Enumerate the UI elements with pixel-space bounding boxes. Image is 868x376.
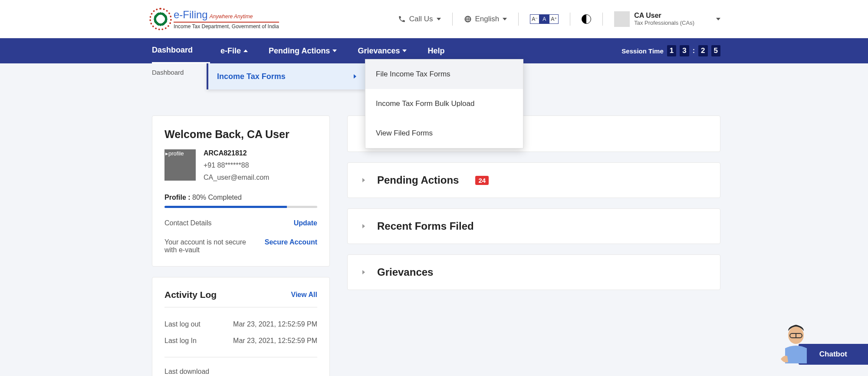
accordion-recent-forms[interactable]: Recent Forms Filed	[347, 208, 720, 244]
secure-account-link[interactable]: Secure Account	[265, 238, 317, 246]
accordion-grievances[interactable]: Grievances	[347, 254, 720, 290]
logo-title: e-FilingAnywhere Anytime	[174, 9, 279, 21]
avatar	[614, 11, 630, 27]
log-row: Last download	[164, 357, 317, 376]
timer-second-1: 2	[698, 45, 707, 56]
submenu-income-tax-forms[interactable]: Income Tax Forms	[207, 63, 365, 89]
globe-icon	[464, 15, 472, 23]
user-role: Tax Professionals (CAs)	[634, 20, 694, 26]
logo-subtitle: Income Tax Department, Government of Ind…	[174, 23, 279, 30]
welcome-title: Welcome Back, CA User	[164, 128, 317, 141]
user-name: CA User	[634, 12, 694, 20]
update-contact-link[interactable]: Update	[294, 219, 317, 227]
timer-colon: :	[693, 47, 695, 55]
view-all-activity-link[interactable]: View All	[291, 291, 317, 299]
chatbot-avatar-icon	[779, 322, 813, 366]
flyout-file-income-tax-forms[interactable]: File Income Tax Forms	[365, 59, 523, 89]
profile-email: CA_user@email.com	[204, 174, 269, 181]
user-menu[interactable]: CA User Tax Professionals (CAs)	[614, 11, 720, 27]
timer-minute-2: 3	[680, 45, 689, 56]
profile-completion: Profile : 80% Completed	[164, 194, 317, 201]
timer-minute-1: 1	[667, 45, 676, 56]
flyout-view-filed-forms[interactable]: View Filed Forms	[365, 119, 523, 148]
chevron-down-icon	[402, 49, 407, 52]
chevron-right-icon	[362, 224, 365, 228]
flyout-bulk-upload[interactable]: Income Tax Form Bulk Upload	[365, 89, 523, 119]
nav-efile[interactable]: e-File	[210, 38, 258, 63]
log-row: Last log out Mar 23, 2021, 12:52:59 PM	[164, 316, 317, 333]
nav-dashboard[interactable]: Dashboard	[152, 38, 210, 63]
profile-image-placeholder: ▸profile	[164, 149, 196, 181]
contact-details-label: Contact Details	[164, 219, 212, 227]
logo[interactable]: e-FilingAnywhere Anytime Income Tax Depa…	[152, 9, 279, 30]
chevron-right-icon	[354, 74, 356, 79]
text-size-controls: A⁻ A A⁺	[530, 14, 559, 24]
emblem-icon	[152, 10, 169, 28]
logo-tagline: Anywhere Anytime	[210, 13, 253, 20]
progress-bar	[164, 206, 317, 208]
chevron-down-icon	[437, 18, 441, 20]
welcome-card: Welcome Back, CA User ▸profile ARCA82181…	[152, 115, 330, 267]
chevron-down-icon	[332, 49, 337, 52]
chevron-up-icon	[243, 49, 248, 52]
session-time-label: Session Time	[621, 47, 663, 55]
timer-second-2: 5	[711, 45, 720, 56]
profile-phone: +91 88******88	[204, 162, 269, 169]
activity-log-title: Activity Log	[164, 290, 217, 300]
chevron-right-icon	[362, 178, 365, 182]
flyout-menu: File Income Tax Forms Income Tax Form Bu…	[365, 59, 523, 148]
text-size-increase[interactable]: A⁺	[549, 14, 559, 24]
language-dropdown[interactable]: English	[464, 15, 507, 23]
text-size-normal[interactable]: A	[539, 14, 549, 24]
contrast-toggle-icon[interactable]	[582, 14, 591, 24]
chevron-down-icon	[503, 18, 507, 20]
text-size-decrease[interactable]: A⁻	[530, 14, 539, 24]
call-us-dropdown[interactable]: Call Us	[398, 15, 441, 23]
top-header: e-FilingAnywhere Anytime Income Tax Depa…	[0, 0, 868, 38]
pending-actions-badge: 24	[475, 176, 489, 185]
chevron-down-icon	[716, 18, 720, 20]
activity-log-card: Activity Log View All Last log out Mar 2…	[152, 277, 330, 376]
accordion-pending-actions[interactable]: Pending Actions 24	[347, 162, 720, 198]
log-row: Last log In Mar 23, 2021, 12:52:59 PM	[164, 333, 317, 349]
nav-pending-actions[interactable]: Pending Actions	[258, 38, 347, 63]
phone-icon	[398, 15, 406, 23]
evault-warning: Your account is not secure with e-vault	[164, 238, 260, 254]
chevron-right-icon	[362, 270, 365, 274]
profile-id: ARCA821812	[204, 149, 269, 157]
